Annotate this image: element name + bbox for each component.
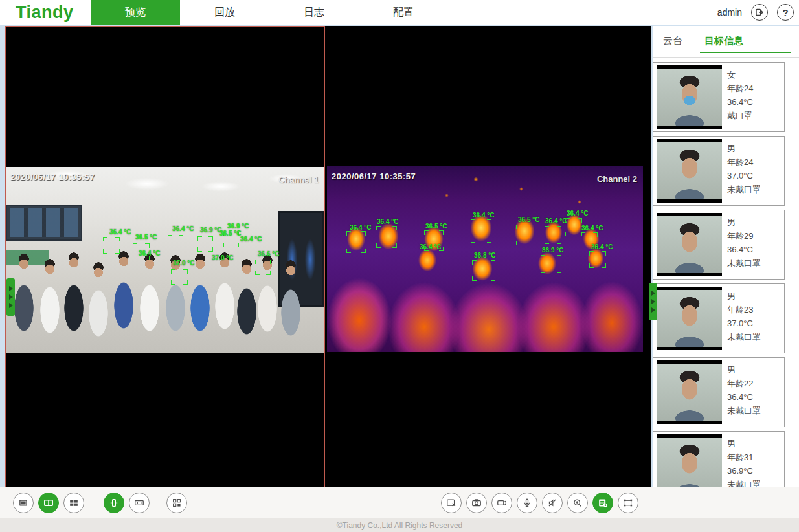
right-panel-collapse-handle[interactable]	[649, 283, 657, 320]
age-label: 年龄24	[727, 82, 753, 95]
face-bracket	[346, 231, 366, 253]
app-window: Tiandy 预览 回放 日志 配置 admin ? 36.4 °C36.5 °…	[0, 0, 799, 532]
video-stage: 36.4 °C36.5 °C36.4 °C36.4 °C36.9 °C36.5 …	[5, 26, 651, 487]
face-bracket	[472, 260, 495, 281]
face-bracket	[541, 255, 561, 273]
main-nav: 预览 回放 日志 配置	[91, 0, 448, 25]
layout-single-icon[interactable]	[13, 493, 34, 513]
age-label: 年龄23	[727, 303, 761, 316]
mute-icon[interactable]	[542, 493, 563, 513]
face-thumbnail	[657, 360, 722, 424]
layout-quad-icon[interactable]	[63, 493, 84, 513]
copyright-text: ©Tiandy Co.,Ltd All Rights Reserved	[337, 521, 462, 530]
tab-log[interactable]: 日志	[269, 0, 359, 25]
target-card[interactable]: 男 年龄22 36.4°C 未戴口罩	[653, 357, 785, 427]
temperature-overlay-label: 36.5 °C	[219, 230, 241, 237]
arrow-icon	[651, 307, 655, 313]
channel1-label: Channel 1	[278, 175, 319, 184]
temperature-label: 36.4°C	[727, 243, 761, 256]
face-thumbnail	[657, 65, 722, 129]
temperature-overlay-label: 37.0 °C	[173, 260, 194, 267]
temperature-label: 36.9°C	[727, 464, 761, 478]
snapshot-icon[interactable]	[466, 493, 487, 513]
temperature-overlay-label: 36.8 °C	[474, 252, 495, 259]
bottom-toolbar	[0, 487, 799, 518]
mask-status-label: 未戴口罩	[727, 256, 761, 270]
tiandy-logo: Tiandy	[16, 3, 74, 23]
video-pane-channel1[interactable]: 36.4 °C36.5 °C36.4 °C36.4 °C36.9 °C36.5 …	[5, 26, 325, 487]
control-button-group	[441, 493, 638, 513]
face-thumbnail	[657, 287, 722, 350]
tab-ptz[interactable]: 云台	[663, 35, 682, 47]
temperature-overlay-label: 36.4 °C	[581, 225, 603, 232]
face-bracket	[103, 237, 120, 254]
layout-button-group	[13, 493, 187, 513]
logout-icon[interactable]	[751, 4, 768, 21]
tab-config[interactable]: 配置	[359, 0, 448, 25]
talk-mic-icon[interactable]	[517, 493, 537, 513]
gender-label: 男	[727, 289, 761, 303]
target-card[interactable]: 女 年龄24 36.4°C 戴口罩	[653, 62, 785, 132]
temperature-overlay-label: 36.4 °C	[172, 225, 194, 232]
temperature-overlay-label: 36.5 °C	[518, 216, 539, 223]
temperature-overlay-label: 36.5 °C	[425, 223, 447, 230]
target-card[interactable]: 男 年龄23 37.0°C 未戴口罩	[653, 283, 785, 353]
sidebar-tabs: 云台 目标信息	[653, 26, 799, 58]
temperature-overlay-label: 36.4 °C	[139, 250, 160, 257]
temperature-overlay-label: 36.9 °C	[227, 223, 249, 230]
target-info-overlay-icon[interactable]	[592, 493, 613, 513]
tab-target-info[interactable]: 目标信息	[704, 35, 743, 47]
age-label: 年龄29	[727, 229, 761, 243]
left-panel-collapse-handle[interactable]	[6, 278, 15, 316]
arrow-icon	[651, 291, 655, 296]
face-bracket	[197, 236, 213, 252]
temperature-overlay-label: 36.4 °C	[377, 218, 398, 225]
footer-bar: ©Tiandy Co.,Ltd All Rights Reserved	[0, 518, 799, 532]
active-tab-underline	[700, 52, 791, 53]
arrow-icon	[651, 299, 655, 304]
face-bracket	[376, 226, 397, 248]
temperature-overlay-label: 36.5 °C	[135, 234, 157, 241]
temperature-overlay-label: 36.4 °C	[545, 217, 567, 225]
right-sidebar: 云台 目标信息 女 年龄24 36.4°C 戴口罩 男 年龄24 37.0°C	[653, 26, 799, 519]
target-card[interactable]: 男 年龄24 37.0°C 未戴口罩	[653, 136, 785, 206]
close-all-icon[interactable]	[441, 493, 462, 513]
face-bracket	[589, 251, 606, 268]
help-icon[interactable]: ?	[777, 4, 794, 21]
target-card-list: 女 年龄24 36.4°C 戴口罩 男 年龄24 37.0°C 未戴口罩 男	[653, 62, 799, 505]
gender-label: 男	[727, 437, 761, 450]
age-label: 年龄24	[727, 155, 761, 169]
temperature-label: 37.0°C	[727, 169, 761, 183]
channel2-timestamp: 2020/06/17 10:35:57	[332, 172, 416, 181]
mask-status-label: 未戴口罩	[727, 330, 761, 344]
corridor-mode-icon[interactable]	[104, 493, 124, 513]
channel2-thermal-video: 36.4 °C36.4 °C36.5 °C36.4 °C36.5 °C36.4 …	[327, 166, 643, 352]
tab-playback[interactable]: 回放	[180, 0, 269, 25]
face-bracket	[516, 225, 535, 245]
fullscreen-icon[interactable]	[618, 493, 638, 513]
video-pane-channel2[interactable]: 36.4 °C36.4 °C36.5 °C36.4 °C36.5 °C36.4 …	[325, 26, 651, 487]
temperature-label: 36.4°C	[727, 95, 753, 109]
mask-status-label: 未戴口罩	[727, 404, 761, 417]
layout-two-split-icon[interactable]	[38, 493, 59, 513]
face-bracket	[545, 226, 561, 244]
temperature-overlay-label: 36.9 °C	[200, 227, 221, 234]
temperature-overlay-label: 36.4 °C	[567, 210, 588, 217]
channel1-video: 36.4 °C36.5 °C36.4 °C36.4 °C36.9 °C36.5 …	[6, 167, 324, 353]
custom-layout-icon[interactable]	[166, 493, 187, 513]
temperature-overlay-label: 36.4 °C	[240, 236, 262, 243]
record-icon[interactable]	[491, 493, 512, 513]
face-bracket	[168, 235, 183, 250]
face-bracket	[255, 260, 271, 275]
age-label: 年龄31	[727, 450, 761, 464]
temperature-overlay-label: 36.4 °C	[473, 212, 494, 219]
temperature-label: 36.4°C	[727, 390, 761, 404]
tab-preview[interactable]: 预览	[91, 0, 180, 25]
digital-zoom-icon[interactable]	[567, 493, 588, 513]
temperature-overlay-label: 36.6 °C	[258, 250, 279, 258]
scale-mode-icon[interactable]	[129, 493, 150, 513]
face-bracket	[171, 269, 188, 285]
arrow-icon	[9, 286, 13, 291]
target-card[interactable]: 男 年龄29 36.4°C 未戴口罩	[653, 210, 785, 280]
temperature-label: 37.0°C	[727, 316, 761, 330]
